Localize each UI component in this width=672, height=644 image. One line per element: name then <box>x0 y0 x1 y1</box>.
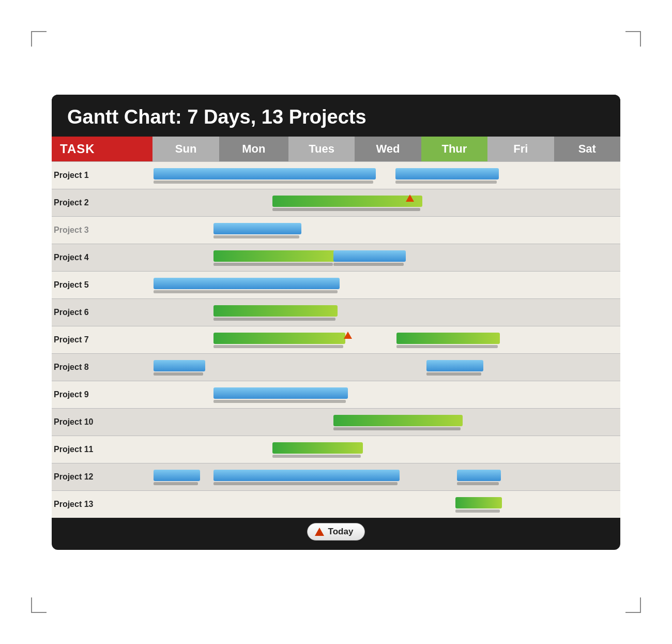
bar-p12-3-shadow <box>457 482 499 485</box>
project-2-bars <box>152 189 620 216</box>
header-mon: Mon <box>219 137 288 162</box>
bar-p9-1 <box>213 387 348 399</box>
bar-p1-2-shadow <box>395 181 497 184</box>
header-row: TASK Sun Mon Tues Wed Thur Fri Sat <box>52 137 620 162</box>
table-row: Project 5 <box>52 271 620 298</box>
header-tue: Tues <box>288 137 355 162</box>
project-13-label: Project 13 <box>52 490 152 518</box>
project-9-bars <box>152 381 620 408</box>
milestone-p2 <box>406 194 414 202</box>
project-9-label: Project 9 <box>52 381 152 408</box>
bar-p1-2 <box>395 168 499 179</box>
table-row: Project 9 <box>52 381 620 408</box>
project-10-label: Project 10 <box>52 408 152 436</box>
bar-p4-1-shadow <box>213 263 333 266</box>
bar-p12-2 <box>213 470 400 481</box>
bar-p5-1 <box>154 278 340 289</box>
corner-mark-tl <box>31 31 47 47</box>
project-3-bars <box>152 216 620 244</box>
bar-p7-1 <box>213 333 345 344</box>
gantt-table: TASK Sun Mon Tues Wed Thur Fri Sat Proje… <box>52 137 620 518</box>
header-wed: Wed <box>355 137 421 162</box>
bar-p5-1-shadow <box>154 290 338 293</box>
bar-p7-1-shadow <box>213 345 343 348</box>
project-6-bars <box>152 298 620 326</box>
bar-p11-1 <box>272 442 363 454</box>
project-10-bars <box>152 408 620 436</box>
milestone-p7 <box>344 332 352 339</box>
today-button[interactable]: Today <box>307 523 365 541</box>
table-row: Project 1 <box>52 161 620 189</box>
bar-p1-1 <box>154 168 376 179</box>
table-row: Project 12 <box>52 463 620 490</box>
project-3-label: Project 3 <box>52 216 152 244</box>
header-task: TASK <box>52 137 152 162</box>
table-row: Project 8 <box>52 353 620 381</box>
bar-p4-1 <box>213 250 335 262</box>
corner-mark-bl <box>31 597 47 613</box>
today-btn-row: Today <box>52 518 620 541</box>
bar-p4-2-shadow <box>333 263 404 266</box>
project-13-bars <box>152 490 620 518</box>
bar-p10-1-shadow <box>333 427 461 430</box>
project-7-label: Project 7 <box>52 326 152 353</box>
bar-p12-2-shadow <box>213 482 398 485</box>
project-7-bars <box>152 326 620 353</box>
project-2-label: Project 2 <box>52 189 152 216</box>
table-row: Project 6 <box>52 298 620 326</box>
bar-p3-1-shadow <box>213 235 299 238</box>
project-1-label: Project 1 <box>52 161 152 189</box>
bar-p13-1-shadow <box>455 510 500 513</box>
project-4-bars <box>152 244 620 271</box>
bar-p6-1-shadow <box>213 318 335 321</box>
project-8-bars <box>152 353 620 381</box>
today-triangle-icon <box>315 528 324 536</box>
bar-p12-1 <box>154 470 200 481</box>
project-8-label: Project 8 <box>52 353 152 381</box>
bar-p9-1-shadow <box>213 400 346 403</box>
bar-p8-1 <box>154 360 205 371</box>
header-sat: Sat <box>554 137 620 162</box>
table-row: Project 2 <box>52 189 620 216</box>
header-sun: Sun <box>152 137 219 162</box>
bar-p2-1-shadow <box>272 208 420 211</box>
bar-p13-1 <box>455 497 502 508</box>
bar-p12-3 <box>457 470 501 481</box>
table-row: Project 3 <box>52 216 620 244</box>
bar-p1-1-shadow <box>154 181 373 184</box>
bar-p4-2 <box>333 250 406 262</box>
bar-p11-1-shadow <box>272 455 361 458</box>
page-wrapper: Gantt Chart: 7 Days, 13 Projects TASK Su… <box>0 0 672 644</box>
project-12-label: Project 12 <box>52 463 152 490</box>
project-11-bars <box>152 436 620 463</box>
bar-p8-2 <box>426 360 483 371</box>
project-1-bars <box>152 161 620 189</box>
table-row: Project 10 <box>52 408 620 436</box>
project-6-label: Project 6 <box>52 298 152 326</box>
corner-mark-br <box>625 597 641 613</box>
chart-container: Gantt Chart: 7 Days, 13 Projects TASK Su… <box>52 95 620 550</box>
table-row: Project 4 <box>52 244 620 271</box>
project-5-bars <box>152 271 620 298</box>
chart-title: Gantt Chart: 7 Days, 13 Projects <box>52 95 620 137</box>
corner-mark-tr <box>625 31 641 47</box>
bar-p12-1-shadow <box>154 482 198 485</box>
table-row: Project 13 <box>52 490 620 518</box>
today-button-label: Today <box>328 527 354 537</box>
bar-p6-1 <box>213 305 338 317</box>
header-thu: Thur <box>421 137 487 162</box>
bar-p2-1 <box>272 196 422 207</box>
bar-p7-2 <box>396 333 500 344</box>
project-4-label: Project 4 <box>52 244 152 271</box>
bar-p3-1 <box>213 223 301 234</box>
project-12-bars <box>152 463 620 490</box>
project-5-label: Project 5 <box>52 271 152 298</box>
bar-p10-1 <box>333 415 463 426</box>
table-row: Project 11 <box>52 436 620 463</box>
bar-p8-1-shadow <box>154 372 203 376</box>
bar-p8-2-shadow <box>426 372 481 376</box>
project-11-label: Project 11 <box>52 436 152 463</box>
table-row: Project 7 <box>52 326 620 353</box>
bar-p7-2-shadow <box>396 345 498 348</box>
header-fri: Fri <box>487 137 554 162</box>
